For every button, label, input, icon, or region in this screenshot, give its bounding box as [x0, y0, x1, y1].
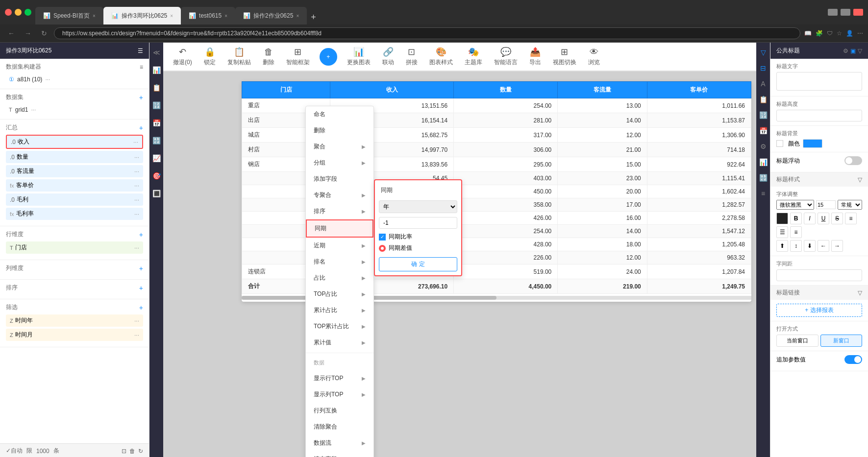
- title-height-input[interactable]: 30: [776, 110, 862, 121]
- toolbar-lock[interactable]: 🔒 锁定: [200, 45, 220, 69]
- side-icon-6[interactable]: 🔡: [150, 135, 163, 146]
- add-row-dim-btn[interactable]: +: [139, 231, 143, 239]
- menu-delete[interactable]: 删除: [306, 122, 373, 139]
- new-window-btn[interactable]: 新窗口: [820, 335, 863, 347]
- restore-btn[interactable]: [828, 9, 838, 16]
- menu-ratio[interactable]: 占比▶: [306, 270, 373, 286]
- refresh-icon[interactable]: ↻: [138, 448, 143, 455]
- menu-data-flow[interactable]: 数据流▶: [306, 435, 373, 451]
- font-size-input[interactable]: [816, 200, 836, 209]
- toolbar-splice[interactable]: ⊡ 拼接: [402, 45, 422, 69]
- right-icon-8[interactable]: 📊: [757, 156, 769, 168]
- dim-dots-store[interactable]: ···: [134, 244, 139, 251]
- tab-active[interactable]: 📊 操作3周环比0625 ×: [103, 7, 181, 24]
- right-icon-6[interactable]: 📅: [757, 125, 769, 137]
- agg-item-margin[interactable]: fx 毛利率 ···: [6, 208, 143, 220]
- agg-dots-margin[interactable]: ···: [134, 211, 139, 217]
- toolbar-view[interactable]: ⊞ 视图切换: [549, 45, 580, 69]
- copy-icon[interactable]: ⊡: [122, 448, 126, 455]
- italic-btn[interactable]: I: [804, 213, 816, 224]
- menu-aggregate[interactable]: 聚合▶: [306, 139, 373, 155]
- font-color-swatch[interactable]: [776, 213, 788, 224]
- filter-month[interactable]: Z 时间月 ···: [6, 329, 143, 341]
- menu-cum-val[interactable]: 累计值▶: [306, 335, 373, 351]
- agg-dots-unit[interactable]: ···: [134, 182, 139, 189]
- dataset-builder-icon[interactable]: ≡: [140, 64, 143, 71]
- tab-close-test[interactable]: ×: [224, 13, 227, 19]
- filter-year[interactable]: Z 时间年 ···: [6, 314, 143, 327]
- add-tab-btn[interactable]: +: [307, 10, 320, 24]
- back-btn[interactable]: ←: [5, 28, 18, 38]
- close-window-btn[interactable]: [5, 9, 12, 16]
- agg-dots-gross[interactable]: ···: [134, 196, 139, 203]
- menu-cum-ratio[interactable]: 累计占比▶: [306, 302, 373, 318]
- menu-recent[interactable]: 近期▶: [306, 238, 373, 254]
- toolbar-undo[interactable]: ↶ 撤退(0): [169, 45, 196, 69]
- title-text-input[interactable]: [776, 72, 862, 91]
- toolbar-copy[interactable]: 📋 复制粘贴: [223, 45, 255, 69]
- agg-item-gross[interactable]: .0 毛利 ···: [6, 193, 143, 206]
- menu-same-period[interactable]: 同期: [306, 219, 373, 238]
- indent-left-btn[interactable]: ←: [818, 240, 829, 252]
- valign-bot-btn[interactable]: ⬇: [804, 240, 816, 252]
- add-sort-btn[interactable]: +: [139, 284, 143, 292]
- dataset-item[interactable]: ① a81h (10) ···: [6, 74, 143, 85]
- close-btn[interactable]: [853, 9, 863, 16]
- agg-dots-revenue[interactable]: ···: [133, 139, 138, 145]
- add-link-btn[interactable]: + 选择报表: [776, 304, 862, 317]
- maximize-btn[interactable]: [841, 9, 850, 16]
- tab-test0615[interactable]: 📊 test0615 ×: [181, 7, 235, 24]
- toggle-icon-rp[interactable]: ▣: [850, 48, 856, 54]
- toolbar-style[interactable]: 🎨 图表样式: [425, 45, 457, 69]
- side-icon-3[interactable]: 📋: [150, 82, 163, 94]
- line-spacing-input[interactable]: 2: [776, 269, 862, 281]
- period-input[interactable]: [379, 217, 457, 229]
- align-right-btn[interactable]: ≡: [790, 226, 802, 238]
- max-window-btn[interactable]: [25, 9, 31, 16]
- side-icon-5[interactable]: 📅: [150, 117, 163, 129]
- side-icon-9[interactable]: 🔳: [150, 188, 163, 199]
- side-icon-4[interactable]: 🔢: [150, 99, 163, 111]
- menu-show-row-top[interactable]: 显示行TOP▶: [306, 370, 373, 386]
- agg-dots-qty[interactable]: ···: [134, 154, 139, 161]
- right-icon-7[interactable]: ⚙: [758, 141, 769, 152]
- side-icon-1[interactable]: ≪: [151, 47, 162, 58]
- float-toggle[interactable]: [844, 156, 862, 165]
- menu-rename[interactable]: 命名: [306, 106, 373, 122]
- menu-clear-agg[interactable]: 清除聚合: [306, 419, 373, 435]
- confirm-btn[interactable]: 确 定: [379, 257, 457, 271]
- menu-rank[interactable]: 排名▶: [306, 254, 373, 270]
- menu-sort[interactable]: 排序▶: [306, 203, 373, 219]
- toolbar-delete[interactable]: 🗑 删除: [259, 45, 278, 69]
- dim-item-store[interactable]: T 门店 ···: [6, 241, 143, 254]
- align-center-btn[interactable]: ☰: [776, 226, 788, 238]
- toolbar-export[interactable]: 📤 导出: [525, 45, 545, 69]
- menu-show-col-top[interactable]: 显示列TOP▶: [306, 386, 373, 403]
- refresh-btn[interactable]: ↻: [38, 28, 50, 38]
- color-swatch[interactable]: [803, 139, 822, 148]
- toolbar-link[interactable]: 🔗 联动: [378, 45, 398, 69]
- align-left-btn[interactable]: ≡: [845, 213, 857, 224]
- valign-mid-btn[interactable]: ↕: [790, 240, 802, 252]
- toolbar-chart-change[interactable]: 📊 更换图表: [343, 45, 374, 69]
- side-icon-2[interactable]: 📊: [150, 64, 163, 76]
- right-icon-filter[interactable]: ▽: [759, 47, 768, 58]
- current-window-btn[interactable]: 当前窗口: [776, 335, 818, 347]
- right-icon-10[interactable]: ≡: [759, 188, 767, 199]
- right-icon-9[interactable]: 🔡: [757, 172, 769, 184]
- right-icon-5[interactable]: 🔢: [757, 109, 769, 121]
- agg-item-unit[interactable]: fx 客单价 ···: [6, 179, 143, 192]
- min-window-btn[interactable]: [15, 9, 22, 16]
- menu-top-cum-ratio[interactable]: TOP累计占比▶: [306, 318, 373, 335]
- agg-item-flow[interactable]: .0 客流量 ···: [6, 165, 143, 177]
- settings-icon-rp[interactable]: ⚙: [843, 48, 848, 54]
- url-input[interactable]: https://ow.speedbi.cn/design?fmenuid=0&f…: [54, 27, 800, 39]
- add-filter-btn[interactable]: +: [139, 304, 143, 312]
- tab-speedbi[interactable]: 📊 Speed-BI首页 ×: [35, 7, 103, 24]
- add-params-toggle[interactable]: [844, 355, 862, 364]
- right-icon-3[interactable]: A: [759, 78, 767, 90]
- menu-group[interactable]: 分组▶: [306, 155, 373, 171]
- title-style-header[interactable]: 标题样式 ▽: [770, 172, 868, 187]
- bold-btn[interactable]: B: [790, 213, 802, 224]
- agg-dots-flow[interactable]: ···: [134, 168, 139, 175]
